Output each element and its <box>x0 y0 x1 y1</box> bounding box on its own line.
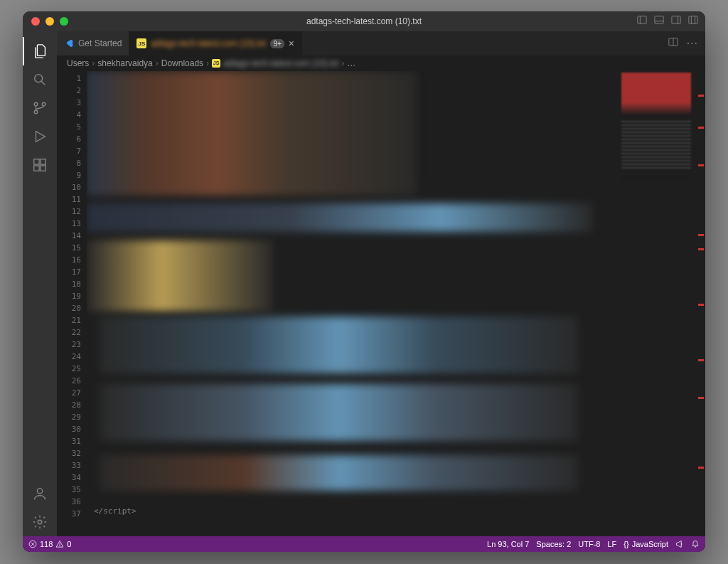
editor-actions: ··· <box>661 31 705 55</box>
svg-rect-0 <box>638 16 646 24</box>
line-number: 21 <box>57 314 81 326</box>
line-number: 28 <box>57 399 81 411</box>
accounts-button[interactable] <box>23 479 57 508</box>
line-number: 23 <box>57 339 81 351</box>
svg-rect-17 <box>34 166 39 171</box>
line-number: 5 <box>57 121 81 133</box>
code-line-visible: </script> <box>94 505 136 517</box>
explorer-view-button[interactable] <box>23 37 57 65</box>
bell-icon <box>691 540 700 548</box>
app-window: adtags-tech-latest.com (10).txt <box>23 11 705 552</box>
redacted-code-block <box>100 455 578 491</box>
line-number: 11 <box>57 193 81 206</box>
line-number: 8 <box>57 157 81 169</box>
minimize-window-button[interactable] <box>46 17 54 26</box>
svg-rect-16 <box>41 159 46 164</box>
error-marker <box>698 95 704 97</box>
breadcrumb-segment[interactable]: Users <box>67 58 89 68</box>
svg-rect-4 <box>672 16 680 24</box>
minimap-region <box>621 73 691 115</box>
editor-tabs: Get Started JS adtags-tech-latest.com (1… <box>57 31 705 55</box>
run-debug-view-button[interactable] <box>23 122 57 151</box>
status-problems[interactable]: 118 0 <box>28 540 71 548</box>
line-number: 6 <box>57 133 81 145</box>
line-number: 31 <box>57 435 81 447</box>
warning-count: 0 <box>67 540 71 548</box>
extensions-icon <box>32 157 48 173</box>
tab-close-button[interactable]: × <box>289 38 294 48</box>
error-marker <box>698 467 704 469</box>
source-control-view-button[interactable] <box>23 94 57 122</box>
redacted-code-block <box>87 240 273 312</box>
chevron-right-icon: › <box>206 58 209 68</box>
split-editor-icon[interactable] <box>668 37 678 50</box>
toggle-panel-bottom-icon[interactable] <box>654 15 664 28</box>
error-marker <box>698 127 704 129</box>
code-content[interactable]: </script> <box>87 71 619 536</box>
line-number: 30 <box>57 423 81 435</box>
breadcrumb-segment[interactable]: shekharvaidya <box>97 58 152 68</box>
status-encoding[interactable]: UTF-8 <box>578 540 600 548</box>
window-controls <box>31 17 68 26</box>
git-branch-icon <box>32 100 48 116</box>
toggle-panel-right-icon[interactable] <box>671 15 681 28</box>
line-number: 37 <box>57 508 81 520</box>
breadcrumb-segment[interactable]: Downloads <box>161 58 203 68</box>
line-number: 33 <box>57 459 81 472</box>
minimap[interactable] <box>619 71 697 536</box>
line-number: 16 <box>57 254 81 266</box>
play-icon <box>32 129 48 144</box>
status-indentation[interactable]: Spaces: 2 <box>536 540 571 548</box>
svg-point-9 <box>35 75 43 83</box>
line-number: 12 <box>57 206 81 218</box>
editor-area: 1234567891011121314151617181920212223242… <box>57 71 705 536</box>
line-number: 32 <box>57 447 81 459</box>
customize-layout-icon[interactable] <box>688 15 698 28</box>
svg-rect-18 <box>41 166 46 171</box>
titlebar[interactable]: adtags-tech-latest.com (10).txt <box>23 11 705 31</box>
svg-line-10 <box>41 81 45 85</box>
error-marker <box>698 397 704 399</box>
line-number: 15 <box>57 242 81 254</box>
tab-file-active[interactable]: JS adtags-tech-latest.com (10).txt 9+ × <box>129 31 302 55</box>
svg-point-11 <box>34 102 38 106</box>
account-icon <box>32 486 48 501</box>
svg-point-27 <box>60 546 60 546</box>
line-number: 35 <box>57 484 81 496</box>
line-number: 17 <box>57 266 81 278</box>
chevron-right-icon: › <box>341 58 344 68</box>
svg-rect-2 <box>655 16 663 24</box>
search-view-button[interactable] <box>23 65 57 94</box>
extensions-view-button[interactable] <box>23 151 57 179</box>
redacted-code-block <box>87 203 592 232</box>
redacted-code-block <box>87 71 417 196</box>
status-bar: 118 0 Ln 93, Col 7 Spaces: 2 UTF-8 LF {}… <box>23 536 705 552</box>
breadcrumb-symbol[interactable]: … <box>347 58 355 68</box>
minimap-region <box>621 121 691 171</box>
status-feedback-icon[interactable] <box>675 540 684 548</box>
line-number: 14 <box>57 230 81 242</box>
tab-label: Get Started <box>78 38 122 48</box>
error-marker <box>698 248 704 250</box>
status-notifications-icon[interactable] <box>691 540 700 548</box>
status-language-mode[interactable]: {} JavaScript <box>623 540 668 548</box>
error-marker <box>698 164 704 166</box>
settings-button[interactable] <box>23 508 57 536</box>
tab-get-started[interactable]: Get Started <box>57 31 129 55</box>
line-number: 20 <box>57 302 81 314</box>
more-actions-icon[interactable]: ··· <box>687 37 698 50</box>
status-eol[interactable]: LF <box>607 540 616 548</box>
tab-label: adtags-tech-latest.com (10).txt <box>151 38 266 48</box>
zoom-window-button[interactable] <box>60 17 68 26</box>
line-number: 25 <box>57 363 81 375</box>
svg-rect-6 <box>689 16 697 24</box>
breadcrumb[interactable]: Users › shekharvaidya › Downloads › JS a… <box>57 55 705 71</box>
line-number-gutter[interactable]: 1234567891011121314151617181920212223242… <box>57 71 87 536</box>
breadcrumb-file[interactable]: adtags-tech-latest.com (10).txt <box>223 58 338 68</box>
toggle-panel-left-icon[interactable] <box>637 15 647 28</box>
overview-ruler[interactable] <box>697 71 705 536</box>
close-window-button[interactable] <box>31 17 40 26</box>
status-cursor-position[interactable]: Ln 93, Col 7 <box>487 540 529 548</box>
error-marker <box>698 359 704 361</box>
svg-point-13 <box>42 102 46 106</box>
